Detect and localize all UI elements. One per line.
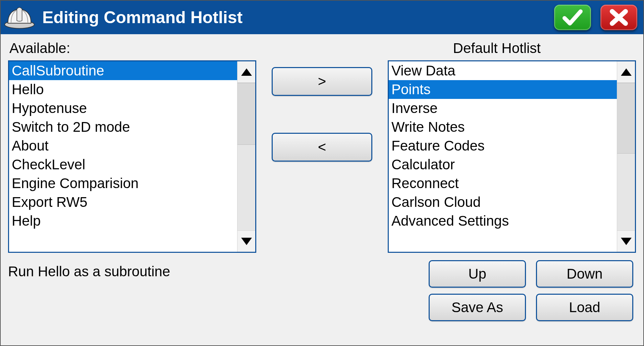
load-button[interactable]: Load	[536, 294, 633, 321]
hotlist-scrollbar[interactable]	[617, 61, 635, 252]
list-item[interactable]: CheckLevel	[9, 155, 237, 174]
close-icon	[608, 8, 630, 27]
list-item[interactable]: Engine Comparision	[9, 174, 237, 193]
scroll-track[interactable]	[617, 83, 635, 230]
scroll-track[interactable]	[237, 83, 255, 230]
chevron-down-icon	[621, 238, 632, 245]
list-item[interactable]: Export RW5	[9, 193, 237, 212]
check-icon	[562, 8, 583, 27]
list-item[interactable]: CallSubroutine	[9, 61, 237, 80]
hotlist-listbox[interactable]: View DataPointsInverseWrite NotesFeature…	[388, 60, 636, 253]
chevron-up-icon	[621, 68, 632, 76]
list-item[interactable]: Carlson Cloud	[389, 193, 617, 212]
list-item[interactable]: Points	[389, 80, 617, 99]
remove-button[interactable]: <	[272, 133, 372, 162]
list-item[interactable]: Help	[9, 212, 237, 230]
down-button[interactable]: Down	[536, 260, 633, 288]
cancel-button[interactable]	[600, 5, 637, 30]
scroll-thumb[interactable]	[237, 83, 255, 145]
item-description: Run Hello as a subroutine	[8, 260, 422, 280]
title-bar: Editing Command Hotlist	[1, 1, 643, 34]
scroll-down-button[interactable]	[617, 230, 635, 252]
lists-row: CallSubroutineHelloHypotenuseSwitch to 2…	[8, 60, 636, 253]
footer-row: Run Hello as a subroutine Up Down Save A…	[8, 260, 636, 321]
action-buttons: Up Down Save As Load	[429, 260, 633, 321]
scroll-up-button[interactable]	[237, 61, 255, 83]
available-scrollbar[interactable]	[237, 61, 255, 252]
list-item[interactable]: View Data	[389, 61, 617, 80]
add-button[interactable]: >	[272, 67, 372, 96]
list-item[interactable]: Feature Codes	[389, 136, 617, 155]
labels-row: Available: Default Hotlist	[8, 40, 636, 56]
scroll-down-button[interactable]	[237, 230, 255, 252]
dialog-body: Available: Default Hotlist CallSubroutin…	[1, 34, 643, 345]
list-item[interactable]: Switch to 2D mode	[9, 118, 237, 136]
list-item[interactable]: Hello	[9, 80, 237, 99]
list-item[interactable]: Calculator	[389, 155, 617, 174]
list-item[interactable]: Inverse	[389, 99, 617, 118]
chevron-up-icon	[241, 68, 252, 76]
transfer-buttons: > <	[264, 60, 380, 162]
scroll-up-button[interactable]	[617, 61, 635, 83]
list-item[interactable]: Reconnect	[389, 174, 617, 193]
scroll-thumb[interactable]	[617, 83, 635, 154]
list-item[interactable]: Hypotenuse	[9, 99, 237, 118]
chevron-down-icon	[241, 238, 252, 245]
hotlist-label: Default Hotlist	[453, 40, 635, 56]
list-item[interactable]: Advanced Settings	[389, 212, 617, 230]
window-title: Editing Command Hotlist	[40, 8, 549, 27]
save-as-button[interactable]: Save As	[429, 294, 526, 321]
available-label: Available:	[9, 40, 70, 56]
ok-button[interactable]	[554, 5, 591, 30]
list-item[interactable]: About	[9, 136, 237, 155]
list-item[interactable]: Write Notes	[389, 118, 617, 136]
up-button[interactable]: Up	[429, 260, 526, 288]
hardhat-icon	[3, 4, 36, 31]
available-listbox[interactable]: CallSubroutineHelloHypotenuseSwitch to 2…	[8, 60, 256, 253]
